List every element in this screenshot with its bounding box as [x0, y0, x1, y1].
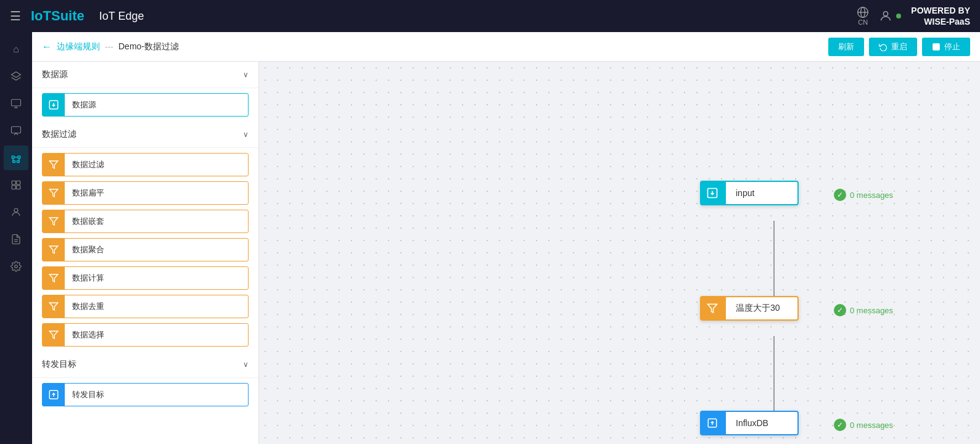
component-panel: 数据源 ∨ 数据源 数据过滤 ∨ — [32, 62, 259, 444]
system-settings-icon[interactable] — [4, 254, 28, 279]
filter-node-status: ✓ 0 messages — [834, 304, 893, 316]
svg-point-3 — [884, 12, 888, 16]
influxdb-flow-node[interactable]: InfluxDB — [700, 411, 799, 435]
filter-component-item-4[interactable]: 数据计算 — [42, 266, 249, 290]
filter-label-3: 数据聚合 — [65, 244, 248, 255]
influxdb-node-status: ✓ 0 messages — [834, 419, 893, 431]
breadcrumb-bar: ← 边缘端规则 --- Demo-数据过滤 刷新 重启 — [32, 32, 980, 62]
svg-marker-32 — [49, 303, 57, 310]
connection-lines — [259, 62, 980, 444]
back-button[interactable]: ← — [42, 41, 52, 52]
forwardtarget-label: 转发目标 — [65, 389, 248, 400]
forwardtarget-component-item[interactable]: 转发目标 — [42, 383, 249, 406]
svg-marker-28 — [49, 189, 57, 197]
filter-icon-5 — [43, 295, 65, 318]
svg-marker-29 — [49, 218, 57, 225]
breadcrumb: ← 边缘端规则 --- Demo-数据过滤 — [42, 41, 179, 52]
online-status-dot — [896, 14, 901, 18]
forwardtarget-icon — [43, 384, 65, 406]
filter-icon-2 — [43, 210, 65, 232]
datasource-icon — [43, 94, 65, 116]
restart-label: 重启 — [891, 41, 907, 52]
user-management-icon[interactable] — [4, 200, 28, 224]
hamburger-icon[interactable]: ☰ — [10, 9, 21, 23]
input-flow-node[interactable]: input — [700, 181, 799, 205]
sidebar-icons: ⌂ — [0, 32, 32, 444]
main-panel: 数据源 ∨ 数据源 数据过滤 ∨ — [32, 62, 980, 444]
datafilter-section-label: 数据过滤 — [42, 129, 76, 140]
canvas-area[interactable]: input ✓ 0 messages 温度大于30 ✓ — [259, 62, 980, 444]
filter-label-0: 数据过滤 — [65, 159, 248, 170]
filter-component-item-5[interactable]: 数据去重 — [42, 295, 249, 318]
svg-rect-5 — [12, 99, 21, 106]
svg-point-23 — [15, 265, 18, 268]
svg-marker-30 — [49, 246, 57, 253]
breadcrumb-link[interactable]: 边缘端规则 — [57, 41, 100, 52]
influxdb-node-icon — [700, 411, 725, 435]
filter-label-4: 数据计算 — [65, 273, 248, 284]
svg-rect-18 — [12, 186, 15, 189]
forwardtarget-section-header[interactable]: 转发目标 ∨ — [32, 352, 258, 378]
svg-marker-4 — [12, 72, 21, 78]
svg-marker-40 — [708, 304, 717, 313]
settings-device-icon[interactable] — [4, 91, 28, 116]
filter-icon-4 — [43, 267, 65, 289]
forwardtarget-section-label: 转发目标 — [42, 359, 76, 370]
datasource-section-label: 数据源 — [42, 69, 68, 80]
svg-rect-10 — [18, 156, 20, 158]
product-name: IoT Edge — [99, 10, 144, 23]
forwardtarget-arrow-icon: ∨ — [243, 360, 249, 369]
svg-marker-33 — [49, 331, 57, 339]
filter-icon-6 — [43, 324, 65, 346]
datafilter-arrow-icon: ∨ — [243, 130, 249, 139]
svg-marker-31 — [49, 274, 57, 282]
filter-component-item-6[interactable]: 数据选择 — [42, 323, 249, 347]
flow-rule-icon[interactable] — [4, 146, 28, 170]
globe-language-button[interactable]: CN — [857, 6, 869, 26]
topnav: ☰ IoTSuite IoT Edge CN POWERED BY WISE-P… — [0, 0, 980, 32]
datafilter-section-header[interactable]: 数据过滤 ∨ — [32, 121, 258, 148]
filter-component-item-2[interactable]: 数据嵌套 — [42, 210, 249, 233]
svg-rect-15 — [13, 161, 15, 163]
input-status-label: 0 messages — [850, 191, 893, 200]
stop-button[interactable]: 停止 — [922, 38, 970, 56]
svg-rect-24 — [933, 43, 940, 50]
powered-by-label: POWERED BY WISE-PaaS — [911, 5, 970, 27]
input-node-status: ✓ 0 messages — [834, 189, 893, 201]
input-node-label: input — [725, 181, 799, 205]
document-icon[interactable] — [4, 227, 28, 252]
datasource-label: 数据源 — [65, 99, 248, 110]
datasource-arrow-icon: ∨ — [243, 70, 249, 79]
filter-label-1: 数据扁平 — [65, 187, 248, 199]
svg-rect-8 — [12, 126, 21, 133]
datasource-component-item[interactable]: 数据源 — [42, 93, 249, 117]
filter-component-item-1[interactable]: 数据扁平 — [42, 181, 249, 205]
datasource-section-header[interactable]: 数据源 ∨ — [32, 62, 258, 88]
refresh-button[interactable]: 刷新 — [828, 38, 864, 56]
filter-component-item-3[interactable]: 数据聚合 — [42, 238, 249, 261]
filter-status-check-icon: ✓ — [834, 304, 846, 316]
filter-label-6: 数据选择 — [65, 329, 248, 340]
monitor-icon[interactable] — [4, 118, 28, 143]
svg-rect-9 — [12, 156, 14, 158]
svg-rect-19 — [17, 186, 20, 189]
home-icon[interactable]: ⌂ — [4, 37, 28, 62]
filter-label-2: 数据嵌套 — [65, 216, 248, 227]
restart-button[interactable]: 重启 — [869, 38, 917, 56]
breadcrumb-sep1: --- — [105, 42, 113, 52]
topnav-left: ☰ IoTSuite IoT Edge — [10, 8, 144, 24]
user-account-button[interactable] — [879, 9, 901, 23]
topnav-right: CN POWERED BY WISE-PaaS — [857, 5, 970, 27]
action-buttons: 刷新 重启 停止 — [828, 38, 970, 56]
device-list-icon[interactable] — [4, 173, 28, 197]
content-area: ← 边缘端规则 --- Demo-数据过滤 刷新 重启 — [32, 32, 980, 444]
filter-flow-node[interactable]: 温度大于30 — [700, 296, 799, 321]
filter-component-item-0[interactable]: 数据过滤 — [42, 153, 249, 176]
svg-rect-16 — [12, 181, 15, 184]
input-node-icon — [700, 181, 725, 205]
layers-icon[interactable] — [4, 64, 28, 89]
filter-node-label: 温度大于30 — [725, 296, 799, 321]
filter-icon-3 — [43, 239, 65, 261]
filter-label-5: 数据去重 — [65, 301, 248, 312]
svg-rect-17 — [17, 181, 20, 184]
